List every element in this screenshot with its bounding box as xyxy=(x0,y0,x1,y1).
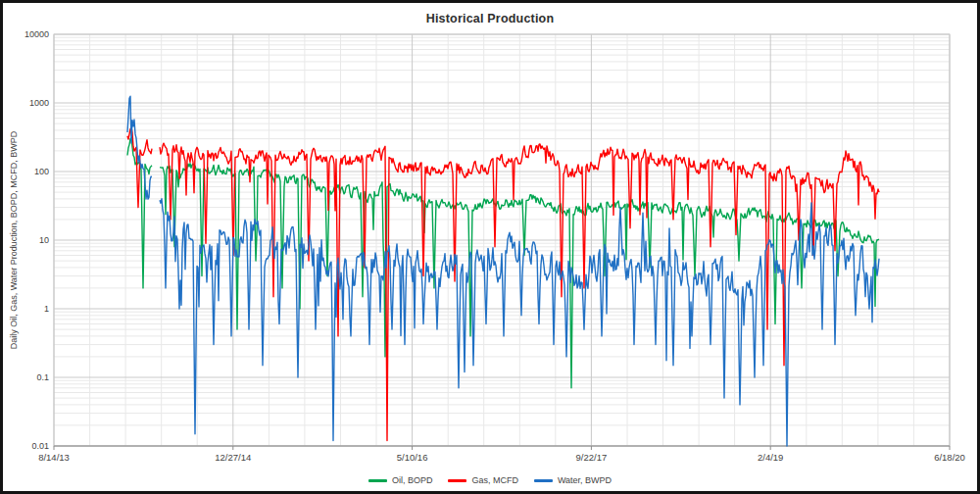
legend-label-oil: Oil, BOPD xyxy=(392,475,433,485)
y-tick-label: 1000 xyxy=(29,98,49,108)
legend-swatch-water xyxy=(534,479,553,482)
chart-container: Historical Production 1000010001001010.1… xyxy=(0,0,980,494)
y-tick-label: 10 xyxy=(39,235,49,245)
legend-label-gas: Gas, MCFD xyxy=(471,475,518,485)
legend-swatch-oil xyxy=(368,479,387,482)
y-tick-label: 1 xyxy=(44,304,49,314)
x-tick-label: 5/10/16 xyxy=(397,452,428,463)
x-tick-label: 9/22/17 xyxy=(576,452,608,463)
x-axis xyxy=(54,446,950,450)
legend-item-gas: Gas, MCFD xyxy=(448,475,518,485)
plot-area: 1000010001001010.10.018/14/1312/27/145/1… xyxy=(3,3,977,491)
y-axis-title: Daily Oil, Gas, Water Production, BOPD, … xyxy=(9,130,19,349)
x-tick-label: 6/18/20 xyxy=(934,452,965,463)
y-tick-label: 100 xyxy=(34,167,49,176)
legend-item-water: Water, BWPD xyxy=(534,475,612,485)
y-tick-label: 10000 xyxy=(24,29,49,39)
y-tick-label: 0.01 xyxy=(31,441,49,451)
legend-item-oil: Oil, BOPD xyxy=(368,475,433,485)
x-tick-label: 2/4/19 xyxy=(758,452,783,463)
x-tick-label: 12/27/14 xyxy=(215,452,251,463)
legend: Oil, BOPD Gas, MCFD Water, BWPD xyxy=(3,475,977,485)
legend-label-water: Water, BWPD xyxy=(558,475,612,485)
x-tick-label: 8/14/13 xyxy=(38,452,70,463)
y-tick-label: 0.1 xyxy=(36,372,49,382)
legend-swatch-gas xyxy=(448,479,466,482)
